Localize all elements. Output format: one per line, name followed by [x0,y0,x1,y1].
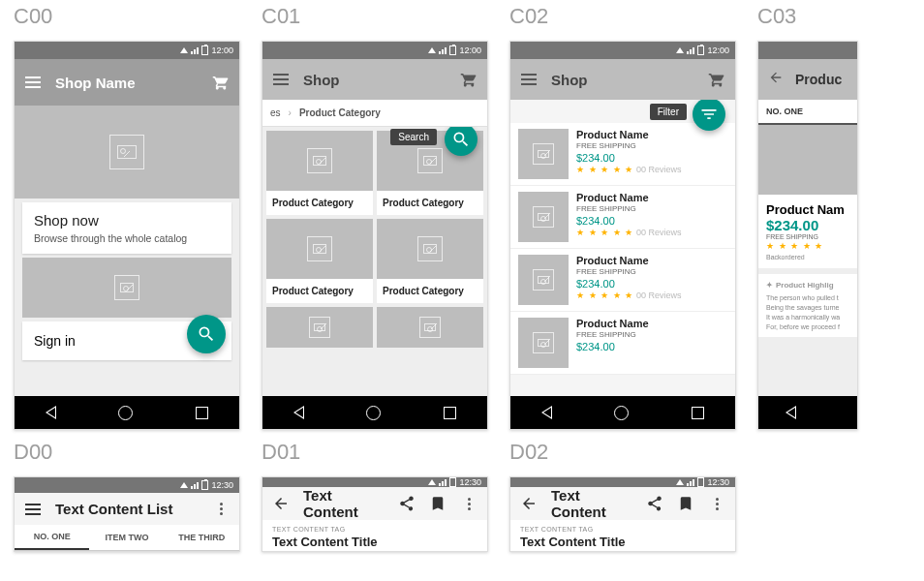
tab-the-third[interactable]: THE THIRD [165,525,239,550]
nav-home-icon[interactable] [118,406,133,420]
app-bar: Text Content List [15,493,239,525]
highlights-title: ✦Product Highlig [766,280,849,290]
product-row[interactable]: Product Name FREE SHIPPING $234.00 ★ ★ ★… [510,123,735,186]
app-title: Text Content [303,487,385,520]
product-row[interactable]: Product Name FREE SHIPPING $234.00 ★ ★ ★… [510,249,735,312]
nav-home-icon[interactable] [366,406,381,420]
category-tile[interactable]: Product Category [266,131,373,215]
bookmark-icon[interactable] [429,495,447,512]
product-name: Product Name [576,192,727,203]
fab-tooltip: Search [390,129,437,145]
tile-caption: Product Category [377,279,483,303]
cart-icon[interactable] [212,74,230,91]
nav-back-icon[interactable] [46,406,56,419]
more-icon[interactable] [460,495,477,512]
menu-icon[interactable] [24,74,42,91]
back-arrow-icon[interactable] [272,495,290,512]
more-icon[interactable] [212,501,230,518]
android-nav [510,396,735,429]
menu-icon[interactable] [24,501,42,518]
product-row[interactable]: Product Name FREE SHIPPING $234.00 ★ ★ ★… [510,186,735,249]
product-price: $234.00 [766,217,849,233]
app-title: Shop Name [55,75,199,91]
product-row[interactable]: Product Name FREE SHIPPING $234.00 [510,312,735,375]
tab-no-one[interactable]: NO. ONE [15,525,89,550]
status-bar: 12:00 [15,42,239,59]
category-tile[interactable] [377,307,483,348]
status-bar [758,42,857,59]
category-tile[interactable]: Product Category [266,219,373,303]
nav-recent-icon[interactable] [692,407,704,419]
app-title: Shop [303,72,447,88]
product-rating: ★ ★ ★ ★ ★ [766,241,849,251]
category-tile[interactable] [266,307,373,348]
status-bar: 12:00 [262,42,487,59]
nav-recent-icon[interactable] [444,407,456,419]
fab-tooltip: Filter [650,104,687,120]
crumb-prev[interactable]: es [270,107,281,118]
content-title: Text Content Title [520,535,725,549]
product-price: $234.00 [576,152,727,164]
nav-back-icon[interactable] [541,406,552,419]
status-bar: 12:30 [15,477,239,493]
phone-c02: 12:00 Shop Filter Product Nam [509,41,736,430]
card-subtitle: Browse through the whole catalog [34,232,220,244]
status-time: 12:30 [211,480,233,490]
product-list: Product Name FREE SHIPPING $234.00 ★ ★ ★… [510,119,735,379]
screen-body: Product Nam $234.00 FREE SHIPPING ★ ★ ★ … [758,125,857,396]
crumb-current: Product Category [299,107,381,118]
menu-icon[interactable] [272,71,290,88]
status-bar: 12:30 [510,477,735,487]
tile-caption: Product Category [266,279,373,303]
content-body: TEXT CONTENT TAG Text Content Title [510,520,735,552]
highlight-line: It was a harmonically wa [766,313,849,322]
nav-back-icon[interactable] [293,406,304,419]
status-bar: 12:00 [510,42,735,59]
nav-recent-icon[interactable] [196,407,208,419]
grid-label-c02: C02 [509,4,736,29]
grid-label-c03: C03 [757,4,858,29]
product-price: $234.00 [576,341,727,352]
share-icon[interactable] [646,495,663,512]
secondary-image [22,258,231,318]
phone-d01: 12:30 Text Content TEXT CONT [262,476,488,552]
cart-icon[interactable] [708,71,725,88]
breadcrumb: es › Product Category [262,100,487,127]
product-thumb [518,255,569,305]
shop-now-card[interactable]: Shop now Browse through the whole catalo… [22,202,231,254]
phone-c01: 12:00 Shop es › Product Category Search [262,41,488,430]
product-shipping: FREE SHIPPING [576,204,727,213]
nav-home-icon[interactable] [614,406,629,420]
grid-label-d01: D01 [262,440,488,465]
bookmark-icon[interactable] [677,495,694,512]
cart-icon[interactable] [460,71,477,88]
more-icon[interactable] [708,495,725,512]
menu-icon[interactable] [520,71,538,88]
app-title: Produc [795,72,842,87]
tile-caption: Product Category [266,191,373,215]
tab-item-two[interactable]: ITEM TWO [89,525,164,550]
app-title: Text Content List [55,501,199,517]
category-tile[interactable]: Product Category [377,219,483,303]
tile-caption: Product Category [377,191,483,215]
highlight-line: Being the savages turne [766,303,849,313]
share-icon[interactable] [398,495,416,512]
nav-back-icon[interactable] [785,406,796,419]
back-arrow-icon[interactable] [520,495,538,512]
chevron-right-icon: › [289,107,292,118]
product-price: $234.00 [576,278,727,290]
phone-c00: 12:00 Shop Name Shop now Browse through … [14,41,240,430]
app-bar: Shop [510,59,735,100]
card-title: Shop now [34,212,220,229]
product-summary: Product Nam $234.00 FREE SHIPPING ★ ★ ★ … [758,195,857,268]
back-arrow-icon[interactable] [768,70,784,89]
hero-image [15,106,239,199]
search-fab[interactable] [187,315,226,353]
product-name: Product Name [576,318,727,329]
tab-no-one[interactable]: NO. ONE [758,100,857,125]
product-thumb [518,129,569,179]
product-thumb [518,318,569,368]
status-time: 12:00 [707,46,729,55]
product-shipping: FREE SHIPPING [576,330,727,339]
product-thumb [518,192,569,242]
